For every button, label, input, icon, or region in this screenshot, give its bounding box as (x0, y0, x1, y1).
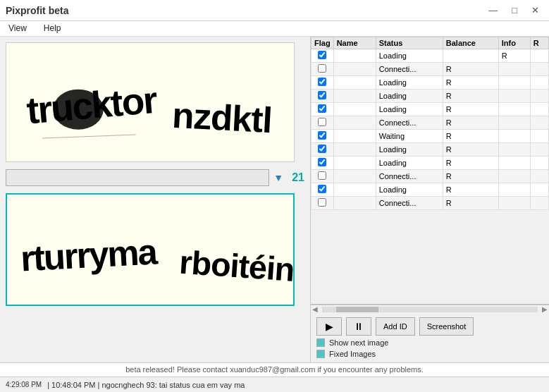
row-balance-cell: R (443, 90, 498, 103)
svg-text:nzdktl: nzdktl (171, 95, 273, 140)
row-flag-checkbox[interactable] (318, 91, 326, 99)
row-name-cell (333, 63, 376, 76)
row-r-cell (530, 116, 548, 130)
row-name-cell (333, 130, 376, 143)
row-flag-cell (311, 170, 334, 183)
row-flag-checkbox[interactable] (318, 104, 326, 113)
col-info: Info (498, 37, 530, 49)
playback-button-row: ▶ ⏸ Add ID Screenshot (316, 317, 543, 336)
row-r-cell (530, 90, 548, 103)
left-panel: trucktor nzdktl ▼ 21 rturryma rboitéin (0, 37, 310, 362)
row-info-cell (498, 76, 530, 90)
table-row: Connecti...R (311, 170, 549, 183)
row-balance-cell: R (443, 103, 498, 116)
row-name-cell (333, 183, 376, 197)
captcha-input[interactable] (6, 169, 269, 186)
col-flag: Flag (311, 37, 334, 49)
row-balance-cell: R (443, 183, 498, 197)
row-info-cell (498, 63, 530, 76)
row-flag-cell (311, 76, 334, 90)
close-button[interactable]: ✕ (527, 4, 543, 17)
table-row: LoadingR (311, 143, 549, 157)
row-info-cell (498, 183, 530, 197)
row-r-cell (530, 143, 548, 157)
row-flag-checkbox[interactable] (318, 78, 326, 86)
show-next-image-label: Show next image (329, 338, 388, 347)
row-balance-cell: R (443, 170, 498, 183)
row-info-cell (498, 157, 530, 170)
checkbox-row-1: Show next image (316, 338, 543, 347)
table-row: LoadingR (311, 103, 549, 116)
row-name-cell (333, 103, 376, 116)
captcha-image-bottom: rturryma rboitéin (6, 193, 295, 306)
col-balance: Balance (443, 37, 498, 49)
row-r-cell (530, 183, 548, 197)
row-balance-cell: R (443, 63, 498, 76)
add-id-button[interactable]: Add ID (376, 317, 415, 336)
window-controls[interactable]: — □ ✕ (484, 4, 543, 17)
row-flag-checkbox[interactable] (318, 64, 326, 73)
right-panel: Flag Name Status Balance Info R LoadingR… (310, 37, 549, 362)
play-button[interactable]: ▶ (316, 317, 342, 336)
controls-area: ▶ ⏸ Add ID Screenshot Show next image Fi… (311, 313, 549, 362)
row-balance-cell: R (443, 157, 498, 170)
row-info-cell (498, 130, 530, 143)
row-flag-checkbox[interactable] (318, 198, 326, 207)
show-next-image-checkbox[interactable] (316, 338, 325, 347)
row-status-cell: Connecti... (376, 170, 443, 183)
scrollbar-thumb[interactable] (336, 307, 378, 312)
row-r-cell (530, 63, 548, 76)
maximize-button[interactable]: □ (507, 4, 522, 17)
row-flag-checkbox[interactable] (318, 158, 326, 166)
row-flag-checkbox[interactable] (318, 185, 326, 193)
svg-text:rturryma: rturryma (20, 231, 159, 278)
row-info-cell (498, 116, 530, 130)
row-status-cell: Loading (376, 90, 443, 103)
row-name-cell (333, 90, 376, 103)
row-status-cell: Waiting (376, 130, 443, 143)
menu-help[interactable]: Help (41, 23, 64, 35)
menu-bar: View Help (0, 21, 549, 37)
captcha-count: 21 (288, 171, 304, 184)
checkbox-row-2: Fixed Images (316, 350, 543, 358)
accounts-table-container[interactable]: Flag Name Status Balance Info R LoadingR… (311, 37, 549, 305)
row-flag-checkbox[interactable] (318, 51, 326, 59)
row-flag-checkbox[interactable] (318, 145, 326, 153)
row-balance-cell (443, 49, 498, 63)
screenshot-button[interactable]: Screenshot (419, 317, 474, 336)
horizontal-scrollbar[interactable]: ◀ ▶ (311, 305, 549, 313)
row-info-cell (498, 197, 530, 210)
row-status-cell: Connecti... (376, 116, 443, 130)
row-r-cell (530, 170, 548, 183)
row-flag-checkbox[interactable] (318, 131, 326, 140)
row-flag-checkbox[interactable] (318, 171, 326, 180)
title-bar-left: Pixprofit beta (6, 5, 68, 16)
table-row: LoadingR (311, 183, 549, 197)
row-flag-cell (311, 90, 334, 103)
menu-view[interactable]: View (6, 23, 30, 35)
row-balance-cell: R (443, 130, 498, 143)
row-flag-cell (311, 197, 334, 210)
row-flag-checkbox[interactable] (318, 118, 326, 126)
row-r-cell (530, 49, 548, 63)
svg-point-2 (53, 90, 103, 130)
pause-button[interactable]: ⏸ (346, 317, 371, 336)
table-row: LoadingR (311, 76, 549, 90)
dropdown-arrow-icon[interactable]: ▼ (273, 172, 283, 183)
row-r-cell (530, 157, 548, 170)
row-r-cell (530, 197, 548, 210)
fixed-images-label: Fixed Images (329, 350, 376, 358)
scrollbar-track[interactable] (322, 307, 538, 312)
footer-message: beta released! Please contact xuanduc987… (0, 362, 549, 376)
minimize-button[interactable]: — (484, 4, 502, 17)
row-flag-cell (311, 157, 334, 170)
row-balance-cell: R (443, 143, 498, 157)
fixed-images-checkbox[interactable] (316, 350, 325, 358)
main-content: trucktor nzdktl ▼ 21 rturryma rboitéin (0, 37, 549, 362)
row-balance-cell: R (443, 197, 498, 210)
table-row: LoadingR (311, 157, 549, 170)
row-r-cell (530, 130, 548, 143)
row-status-cell: Loading (376, 49, 443, 63)
status-time: 4:29:08 PM (6, 381, 42, 388)
row-flag-cell (311, 130, 334, 143)
